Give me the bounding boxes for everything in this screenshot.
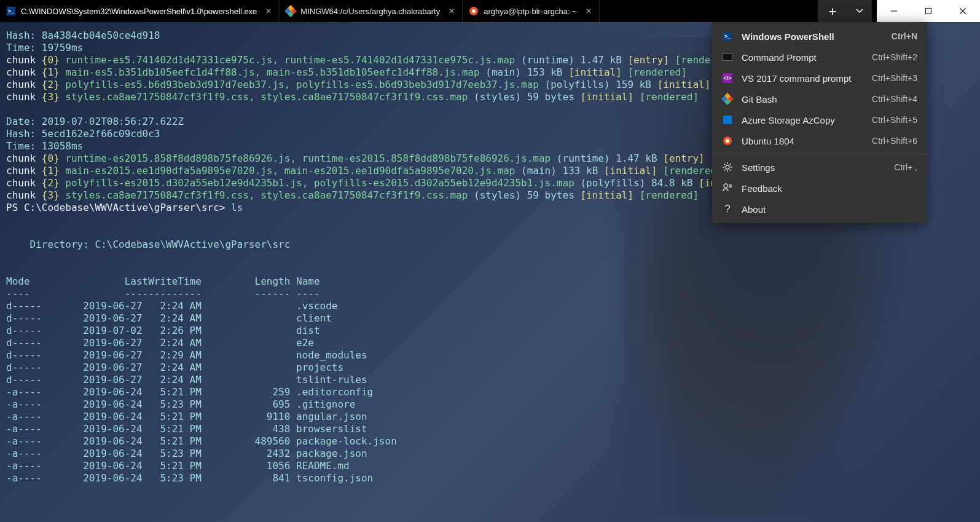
- tab-dropdown-button[interactable]: [847, 0, 872, 22]
- menu-item-git[interactable]: Git Bash Ctrl+Shift+4: [712, 89, 927, 109]
- chevron-down-icon: [856, 7, 863, 15]
- powershell-icon: >_: [6, 6, 16, 16]
- menu-item-ubuntu[interactable]: Ubuntu 1804 Ctrl+Shift+6: [712, 130, 927, 151]
- settings-menu-item[interactable]: Settings Ctrl+ ,: [712, 157, 927, 178]
- shortcut: Ctrl+Shift+5: [872, 115, 917, 125]
- win-icon: [722, 114, 733, 125]
- menu-label: Git Bash: [742, 94, 863, 105]
- new-tab-button[interactable]: +: [818, 0, 847, 22]
- shortcut: Ctrl+ ,: [894, 162, 917, 172]
- about-menu-item[interactable]: ? About: [712, 199, 927, 219]
- svg-point-5: [724, 184, 727, 188]
- tab-title: arghya@lptp-blr-argcha: ~: [484, 7, 577, 16]
- about-icon: ?: [722, 204, 733, 215]
- titlebar: >_ C:\WINDOWS\System32\WindowsPowerShell…: [0, 0, 980, 22]
- tabs: >_ C:\WINDOWS\System32\WindowsPowerShell…: [0, 0, 818, 22]
- menu-label: Azure Storage AzCopy: [742, 115, 863, 125]
- vs-icon: </>: [722, 73, 733, 84]
- close-icon[interactable]: ✕: [586, 7, 592, 15]
- ubuntu-icon: [722, 135, 733, 146]
- menu-item-cmd[interactable]: Command Prompt Ctrl+Shift+2: [712, 47, 927, 68]
- maximize-button[interactable]: [911, 0, 946, 22]
- tab-powershell[interactable]: >_ C:\WINDOWS\System32\WindowsPowerShell…: [0, 0, 280, 22]
- svg-rect-1: [926, 9, 931, 14]
- close-icon[interactable]: ✕: [449, 7, 455, 15]
- window-controls: [877, 0, 980, 22]
- menu-label: Command Prompt: [742, 52, 863, 63]
- menu-label: VS 2017 command prompt: [742, 73, 863, 84]
- menu-label: About: [742, 204, 917, 215]
- shortcut: Ctrl+N: [892, 31, 917, 41]
- close-icon[interactable]: ✕: [265, 7, 272, 15]
- feedback-menu-item[interactable]: Feedback: [712, 178, 927, 199]
- menu-item-vs[interactable]: </> VS 2017 command prompt Ctrl+Shift+3: [712, 68, 927, 89]
- menu-label: Windows PowerShell: [742, 31, 883, 42]
- shortcut: Ctrl+Shift+6: [872, 136, 917, 146]
- ubuntu-icon: [469, 6, 479, 16]
- shortcut: Ctrl+Shift+4: [872, 94, 917, 104]
- tab-mingw[interactable]: MINGW64:/c/Users/arghya.chakrabarty ✕: [280, 0, 463, 22]
- menu-label: Ubuntu 1804: [742, 136, 863, 146]
- feedback-icon: [722, 183, 733, 194]
- menu-item-ps[interactable]: >_ Windows PowerShell Ctrl+N: [712, 26, 927, 47]
- close-window-button[interactable]: [946, 0, 980, 22]
- shortcut: Ctrl+Shift+2: [872, 52, 917, 62]
- menu-divider: [712, 154, 927, 154]
- tab-ubuntu[interactable]: arghya@lptp-blr-argcha: ~ ✕: [463, 0, 600, 22]
- minimize-button[interactable]: [877, 0, 911, 22]
- menu-label: Feedback: [742, 183, 917, 194]
- svg-point-4: [726, 165, 729, 169]
- ps-icon: >_: [722, 31, 733, 42]
- shortcut: Ctrl+Shift+3: [872, 73, 917, 83]
- gear-icon: [722, 162, 733, 173]
- git-icon: [722, 93, 733, 105]
- menu-label: Settings: [742, 162, 885, 173]
- tab-title: C:\WINDOWS\System32\WindowsPowerShell\v1…: [21, 7, 257, 16]
- git-icon: [286, 6, 296, 16]
- menu-item-win[interactable]: Azure Storage AzCopy Ctrl+Shift+5: [712, 109, 927, 130]
- cmd-icon: [722, 52, 733, 63]
- profile-menu: >_ Windows PowerShell Ctrl+N Command Pro…: [712, 22, 927, 223]
- tab-title: MINGW64:/c/Users/arghya.chakrabarty: [300, 7, 440, 16]
